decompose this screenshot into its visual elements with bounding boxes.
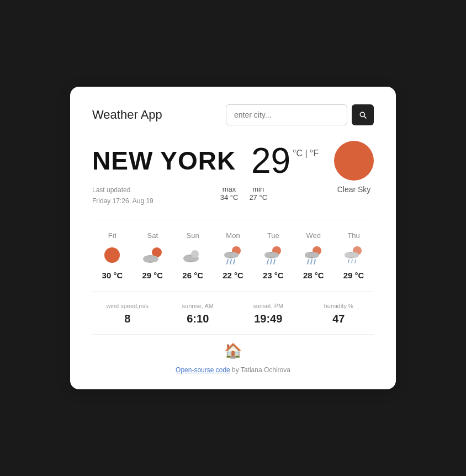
wind-value: 8 [92,313,163,325]
search-button[interactable] [352,104,374,125]
humidity-value: 47 [304,313,374,325]
max-temp: max 34 °C [220,185,239,202]
forecast-icon [223,245,243,265]
footer-suffix: by Tatiana Ochirova [230,366,290,374]
min-value: 27 °C [249,193,267,202]
forecast-day-label: Thu [347,231,359,240]
svg-point-25 [310,252,319,258]
sunrise-stat: sunrise, AM 6:10 [163,303,234,325]
condition-icon-sun [334,141,374,181]
open-source-link[interactable]: Open-sourse code [176,366,230,374]
forecast-temp: 22 °C [223,271,243,280]
wind-stat: wind speed,m/s 8 [92,303,163,325]
search-icon [358,110,367,119]
svg-line-28 [314,260,315,264]
forecast-icon [142,245,162,265]
forecast-temp: 29 °C [343,271,364,280]
condition-label: Clear Sky [334,185,374,194]
forecast-temp: 28 °C [303,271,324,280]
svg-line-27 [311,260,312,264]
forecast-icon [344,245,364,265]
city-name: NEW YORK [92,146,236,176]
forecast-temp: 26 °C [182,271,203,280]
forecast-day-label: Sat [147,231,158,240]
weather-card: Weather App NEW YORK 29 °C | °F Last upd… [70,87,396,389]
sunset-value: 19:49 [233,313,304,325]
forecast-day-label: Mon [226,231,240,240]
app-title: Weather App [92,108,162,122]
forecast-day: Sun 26 °C [173,231,213,280]
svg-line-20 [271,260,272,264]
forecast-temp: 23 °C [263,271,284,280]
sunrise-value: 6:10 [163,313,234,325]
max-label: max [220,185,239,193]
forecast-day: Mon 22 °C [213,231,253,280]
max-value: 34 °C [220,193,239,202]
search-input[interactable] [226,104,347,125]
forecast-day-label: Wed [306,231,321,240]
forecast-temp: 30 °C [102,271,123,280]
home-icon[interactable]: 🏠 [224,342,242,359]
svg-point-3 [149,256,158,262]
forecast-icon [263,245,283,265]
footer: Open-sourse code by Tatiana Ochirova [92,364,374,374]
svg-line-34 [352,260,352,263]
svg-line-35 [355,260,356,263]
sunset-label: sunset, PM [233,303,304,309]
min-temp: min 27 °C [249,185,267,202]
last-updated-date: Friday 17:26, Aug 19 [92,197,153,205]
main-info: NEW YORK 29 °C | °F [92,141,374,181]
forecast-day-label: Tue [267,231,279,240]
min-label: min [249,185,267,193]
wind-label: wind speed,m/s [92,303,163,309]
temp-units: °C | °F [293,149,319,158]
svg-line-26 [308,260,309,264]
last-updated: Last updated Friday 17:26, Aug 19 [92,185,153,206]
sunrise-label: sunrise, AM [163,303,234,309]
forecast-day: Thu 29 °C [333,231,374,280]
svg-line-21 [274,260,275,264]
forecast-icon [304,245,324,265]
forecast-icon [183,245,203,265]
forecast-day: Tue 23 °C [253,231,293,280]
svg-line-12 [227,260,228,264]
svg-line-14 [234,260,235,264]
svg-line-13 [230,260,231,264]
forecast-day: Fri 30 °C [92,231,133,280]
svg-line-19 [267,260,268,264]
humidity-stat: humidity,% 47 [304,303,374,325]
temp-block: 29 °C | °F [251,143,319,178]
forecast-icon [102,245,122,265]
forecast-row: Fri 30 °C Sat 29 °C Sun 26 °C Mon [92,220,374,292]
forecast-day: Sat 29 °C [133,231,173,280]
forecast-day-label: Fri [108,231,116,240]
minmax: max 34 °C min 27 °C [220,185,267,202]
stats-row: wind speed,m/s 8 sunrise, AM 6:10 sunset… [92,292,374,335]
forecast-day-label: Sun [187,231,199,240]
temperature: 29 [251,143,290,178]
svg-point-7 [191,250,199,258]
forecast-temp: 29 °C [142,271,163,280]
meta-row: Last updated Friday 17:26, Aug 19 max 34… [92,185,374,220]
header: Weather App [92,104,374,125]
humidity-label: humidity,% [304,303,374,309]
forecast-day: Wed 28 °C [293,231,333,280]
svg-line-33 [348,260,349,263]
svg-point-18 [270,252,279,258]
last-updated-label: Last updated [92,186,130,194]
sunset-stat: sunset, PM 19:49 [233,303,304,325]
home-row: 🏠 [92,335,374,364]
search-area [226,104,374,125]
svg-point-32 [350,252,359,258]
svg-point-11 [230,252,239,258]
